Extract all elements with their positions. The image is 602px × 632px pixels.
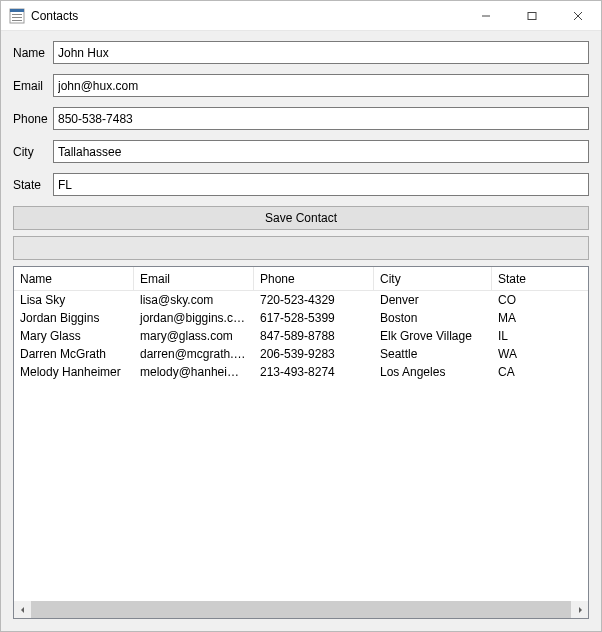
cell-name: Mary Glass (14, 329, 134, 343)
input-name[interactable] (53, 41, 589, 64)
svg-rect-1 (10, 9, 24, 12)
cell-email: melody@hanheime… (134, 365, 254, 379)
input-email[interactable] (53, 74, 589, 97)
svg-rect-2 (12, 14, 22, 15)
scroll-right-arrow-icon[interactable] (571, 601, 588, 618)
window-title: Contacts (31, 9, 78, 23)
cell-phone: 213-493-8274 (254, 365, 374, 379)
horizontal-scrollbar[interactable] (14, 601, 588, 618)
column-header-email[interactable]: Email (134, 267, 254, 290)
table-row[interactable]: Lisa Sky lisa@sky.com 720-523-4329 Denve… (14, 291, 588, 309)
form-row-phone: Phone (13, 107, 589, 130)
cell-phone: 206-539-9283 (254, 347, 374, 361)
cell-city: Boston (374, 311, 492, 325)
cell-email: lisa@sky.com (134, 293, 254, 307)
table-row[interactable]: Darren McGrath darren@mcgrath.c… 206-539… (14, 345, 588, 363)
label-name: Name (13, 46, 53, 60)
minimize-button[interactable] (463, 1, 509, 31)
titlebar: Contacts (1, 1, 601, 31)
cell-name: Darren McGrath (14, 347, 134, 361)
table-row[interactable]: Mary Glass mary@glass.com 847-589-8788 E… (14, 327, 588, 345)
cell-state: IL (492, 329, 574, 343)
cell-city: Elk Grove Village (374, 329, 492, 343)
cell-phone: 617-528-5399 (254, 311, 374, 325)
maximize-button[interactable] (509, 1, 555, 31)
input-phone[interactable] (53, 107, 589, 130)
cell-email: mary@glass.com (134, 329, 254, 343)
scroll-left-arrow-icon[interactable] (14, 601, 31, 618)
label-city: City (13, 145, 53, 159)
scrollbar-track[interactable] (31, 601, 571, 618)
cell-state: MA (492, 311, 574, 325)
label-phone: Phone (13, 112, 53, 126)
table-header-row: Name Email Phone City State (14, 267, 588, 291)
content-area: Name Email Phone City State Save Contact… (1, 31, 601, 631)
cell-phone: 847-589-8788 (254, 329, 374, 343)
cell-name: Lisa Sky (14, 293, 134, 307)
column-header-city[interactable]: City (374, 267, 492, 290)
secondary-button[interactable] (13, 236, 589, 260)
window: Contacts Name Email Phone City St (0, 0, 602, 632)
cell-city: Seattle (374, 347, 492, 361)
app-icon (9, 8, 25, 24)
label-state: State (13, 178, 53, 192)
input-state[interactable] (53, 173, 589, 196)
cell-email: darren@mcgrath.c… (134, 347, 254, 361)
column-header-phone[interactable]: Phone (254, 267, 374, 290)
form-row-email: Email (13, 74, 589, 97)
cell-city: Los Angeles (374, 365, 492, 379)
form-row-state: State (13, 173, 589, 196)
svg-marker-9 (21, 607, 24, 613)
cell-phone: 720-523-4329 (254, 293, 374, 307)
table-body[interactable]: Lisa Sky lisa@sky.com 720-523-4329 Denve… (14, 291, 588, 601)
input-city[interactable] (53, 140, 589, 163)
svg-rect-3 (12, 17, 22, 18)
table-row[interactable]: Melody Hanheimer melody@hanheime… 213-49… (14, 363, 588, 381)
cell-state: WA (492, 347, 574, 361)
svg-rect-6 (528, 12, 536, 19)
form-row-name: Name (13, 41, 589, 64)
svg-marker-10 (579, 607, 582, 613)
close-button[interactable] (555, 1, 601, 31)
cell-city: Denver (374, 293, 492, 307)
scrollbar-thumb[interactable] (31, 601, 571, 618)
label-email: Email (13, 79, 53, 93)
table-row[interactable]: Jordan Biggins jordan@biggins.com 617-52… (14, 309, 588, 327)
cell-state: CO (492, 293, 574, 307)
save-contact-button[interactable]: Save Contact (13, 206, 589, 230)
column-header-name[interactable]: Name (14, 267, 134, 290)
cell-name: Jordan Biggins (14, 311, 134, 325)
contacts-table: Name Email Phone City State Lisa Sky lis… (13, 266, 589, 619)
cell-email: jordan@biggins.com (134, 311, 254, 325)
form-row-city: City (13, 140, 589, 163)
svg-rect-4 (12, 20, 22, 21)
cell-state: CA (492, 365, 574, 379)
cell-name: Melody Hanheimer (14, 365, 134, 379)
column-header-state[interactable]: State (492, 267, 574, 290)
